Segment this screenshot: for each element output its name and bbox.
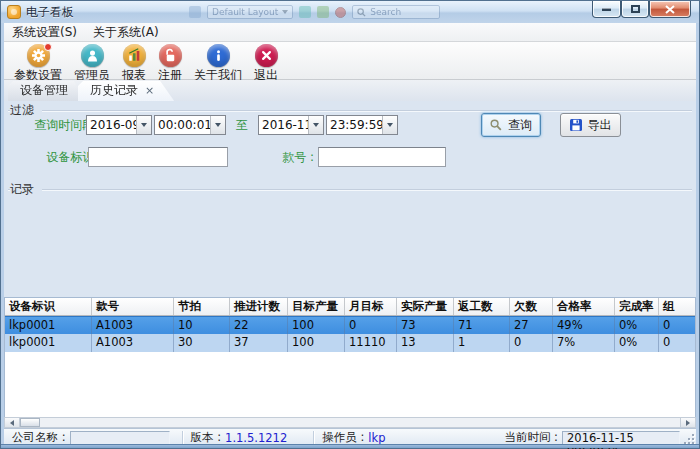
chevron-down-icon[interactable] <box>136 116 151 134</box>
device-id-input[interactable] <box>88 147 228 167</box>
user-icon <box>81 44 104 67</box>
tab-label: 历史记录 <box>90 82 138 99</box>
ghost-tool-icon <box>299 6 311 18</box>
current-time-label: 当前时间 : <box>500 430 562 445</box>
toolbar-button-exit[interactable]: 退出 <box>248 43 284 85</box>
divider <box>8 189 692 190</box>
ghost-record-icon <box>335 7 346 18</box>
minimize-icon <box>602 8 611 11</box>
toolbar: 参数设置 管理员 报表 注册 关于我们 <box>4 42 696 80</box>
divider <box>182 431 183 445</box>
query-button[interactable]: 查询 <box>481 113 541 137</box>
divider <box>313 431 314 445</box>
column-header[interactable]: 欠数 <box>510 298 553 315</box>
cell: 37 <box>230 334 288 352</box>
tab-device-management[interactable]: 设备管理 <box>8 81 88 101</box>
scroll-right-button[interactable] <box>680 418 695 427</box>
cell: 71 <box>454 317 510 334</box>
cell: 100 <box>288 317 345 334</box>
info-icon <box>207 44 230 67</box>
style-no-label: 款号 : <box>272 147 314 167</box>
table-row[interactable]: lkp0001 A1003 10 22 100 0 73 71 27 49% 0… <box>5 316 695 334</box>
menu-about-system[interactable]: 关于系统(A) <box>85 23 167 42</box>
close-button[interactable] <box>649 1 691 18</box>
time-from-picker[interactable]: 00:00:01 <box>154 115 226 135</box>
version-value: 1.1.5.1212 <box>225 431 287 445</box>
minimize-button[interactable] <box>592 1 621 18</box>
cell: 30 <box>174 334 230 352</box>
date-to-picker[interactable]: 2016-11-15 <box>258 115 324 135</box>
toolbar-button-report[interactable]: 报表 <box>116 43 152 85</box>
ghost-tool-icon <box>317 6 329 18</box>
chart-icon <box>123 44 146 67</box>
column-header[interactable]: 设备标识 <box>5 298 92 315</box>
column-header[interactable]: 款号 <box>92 298 174 315</box>
toolbar-button-about[interactable]: 关于我们 <box>188 43 248 85</box>
window-title: 电子看板 <box>26 4 74 21</box>
app-logo-icon <box>7 5 21 19</box>
column-header[interactable]: 推进计数 <box>230 298 288 315</box>
toolbar-button-settings[interactable]: 参数设置 <box>8 43 68 85</box>
column-header[interactable]: 完成率 <box>615 298 659 315</box>
arrow-right-icon <box>686 420 690 426</box>
column-header[interactable]: 合格率 <box>553 298 615 315</box>
ghost-search-box: Search <box>352 5 440 19</box>
column-header[interactable]: 月目标 <box>345 298 397 315</box>
column-header[interactable]: 节拍 <box>174 298 230 315</box>
titlebar[interactable]: 电子看板 Default Layout Search <box>1 1 699 23</box>
ghost-grid-icon <box>189 6 201 18</box>
table-row[interactable]: lkp0001 A1003 30 37 100 11110 13 1 0 7% … <box>5 334 695 352</box>
window-controls <box>592 1 691 18</box>
titlebar-ghost-toolbar: Default Layout Search <box>189 4 440 20</box>
cell: 22 <box>230 317 288 334</box>
column-header[interactable]: 组 <box>659 298 695 315</box>
current-time-value: 2016-11-15 09:29:24 <box>562 431 680 445</box>
cell: 7% <box>553 334 615 352</box>
divider <box>8 110 692 111</box>
cell: 73 <box>397 317 454 334</box>
column-header[interactable]: 实际产量 <box>397 298 454 315</box>
records-grid: 设备标识 款号 节拍 推进计数 目标产量 月目标 实际产量 返工数 欠数 合格率… <box>4 297 696 417</box>
version-label: 版本 : <box>187 430 226 445</box>
export-button[interactable]: 导出 <box>560 113 621 137</box>
maximize-button[interactable] <box>621 1 649 18</box>
ghost-layout-dropdown: Default Layout <box>207 5 293 19</box>
tab-bar: 设备管理 历史记录 × <box>4 80 696 101</box>
cell: 0 <box>659 317 695 334</box>
cell: 0% <box>615 317 659 334</box>
company-name-label: 公司名称 : <box>8 430 70 445</box>
toolbar-button-register[interactable]: 注册 <box>152 43 188 85</box>
cell: 0 <box>510 334 553 352</box>
scrollbar-thumb[interactable] <box>20 418 40 427</box>
column-header[interactable]: 目标产量 <box>288 298 345 315</box>
horizontal-scrollbar[interactable] <box>4 417 696 428</box>
column-header[interactable]: 返工数 <box>454 298 510 315</box>
date-from-value: 2016-09-01 <box>87 118 136 132</box>
query-button-label: 查询 <box>508 117 532 134</box>
records-group-label: 记录 <box>10 181 42 198</box>
cell: lkp0001 <box>5 334 92 352</box>
cell: 27 <box>510 317 553 334</box>
operator-value: lkp <box>368 431 385 445</box>
cell: 0 <box>659 334 695 352</box>
tab-label: 设备管理 <box>20 82 68 99</box>
chevron-down-icon[interactable] <box>308 116 323 134</box>
date-from-picker[interactable]: 2016-09-01 <box>86 115 152 135</box>
tab-close-icon[interactable]: × <box>145 84 154 97</box>
cell: 0 <box>345 317 397 334</box>
scroll-left-button[interactable] <box>5 418 20 427</box>
grid-header-row: 设备标识 款号 节拍 推进计数 目标产量 月目标 实际产量 返工数 欠数 合格率… <box>5 298 695 316</box>
cell: A1003 <box>92 317 174 334</box>
time-to-picker[interactable]: 23:59:59 <box>326 115 398 135</box>
window-frame <box>1 444 699 448</box>
tab-history[interactable]: 历史记录 × <box>78 81 174 101</box>
chevron-down-icon[interactable] <box>210 116 225 134</box>
chevron-down-icon[interactable] <box>382 116 397 134</box>
menu-system-settings[interactable]: 系统设置(S) <box>4 23 85 42</box>
chevron-down-icon <box>282 10 288 14</box>
style-no-input[interactable] <box>318 147 446 167</box>
cell: 13 <box>397 334 454 352</box>
toolbar-button-admin[interactable]: 管理员 <box>68 43 116 85</box>
search-icon <box>490 119 502 131</box>
cell: 49% <box>553 317 615 334</box>
